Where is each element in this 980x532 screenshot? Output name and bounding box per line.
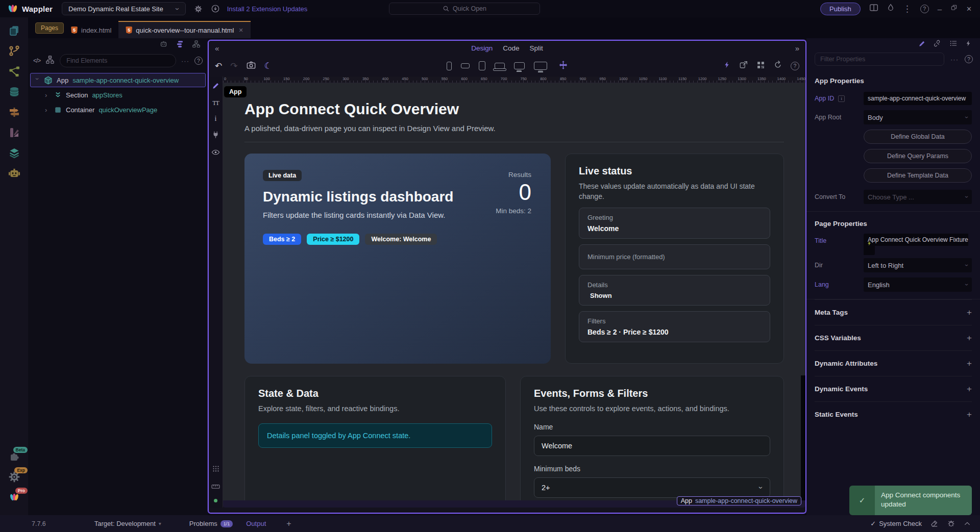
dynamic-bolt-icon[interactable] — [867, 240, 872, 247]
database-panel-icon[interactable] — [7, 85, 21, 98]
status-item-greeting[interactable]: Greeting Welcome — [579, 208, 770, 239]
assistant-icon[interactable] — [159, 40, 168, 50]
info-icon[interactable]: i — [838, 95, 845, 102]
define-query-params-button[interactable]: Define Query Params — [864, 149, 972, 163]
git-panel-icon[interactable] — [7, 44, 21, 58]
convert-to-select[interactable]: Choose Type ... › — [864, 190, 972, 204]
device-phone-icon[interactable] — [447, 62, 452, 70]
device-tablet-icon[interactable] — [479, 61, 485, 70]
filter-properties-input[interactable] — [815, 53, 944, 66]
install-updates-icon[interactable] — [211, 4, 220, 13]
app-id-input[interactable] — [864, 92, 972, 105]
routes-panel-icon[interactable] — [7, 105, 21, 119]
section-css-variables[interactable]: CSS Variables + — [815, 325, 972, 350]
kebab-menu-icon[interactable]: ⋮ — [903, 5, 912, 13]
add-icon[interactable]: + — [967, 359, 972, 369]
more-options-icon[interactable]: ··· — [181, 57, 189, 65]
section-static-events[interactable]: Static Events + — [815, 401, 972, 427]
project-selector[interactable]: Demo Dynamic Real Estate Site › — [62, 2, 186, 15]
tree-item-section[interactable]: › Section appStores — [30, 88, 206, 102]
typography-icon[interactable]: TT — [212, 99, 219, 107]
design-panel-icon[interactable] — [7, 125, 21, 139]
help-icon[interactable]: ? — [791, 62, 799, 70]
chevron-up-icon[interactable] — [964, 520, 971, 527]
wappler-pro-icon[interactable]: Pro — [7, 490, 21, 504]
chevron-down-icon[interactable]: › — [34, 78, 41, 83]
help-icon[interactable]: ? — [920, 5, 929, 13]
pages-badge[interactable]: Pages — [35, 22, 64, 34]
unlink-icon[interactable] — [934, 39, 942, 49]
qr-code-icon[interactable] — [756, 61, 765, 71]
name-input[interactable] — [534, 436, 770, 456]
tree-item-container[interactable]: › Container quickOverviewPage — [30, 103, 206, 117]
code-view-icon[interactable]: </> — [33, 57, 40, 64]
pages-panel-icon[interactable] — [7, 23, 21, 37]
eraser-icon[interactable] — [930, 519, 939, 529]
device-desktop-icon[interactable] — [514, 62, 525, 69]
live-status-card[interactable]: Live status These values update automati… — [565, 154, 784, 364]
add-panel-icon[interactable]: + — [286, 519, 291, 528]
app-root-select[interactable]: Body › — [864, 110, 972, 124]
target-selector[interactable]: Target: Development ▾ — [94, 520, 161, 527]
quick-open-search[interactable]: Quick Open — [389, 3, 540, 15]
device-phone-landscape-icon[interactable] — [461, 63, 470, 68]
lang-select[interactable]: English › — [864, 277, 972, 292]
help-icon[interactable]: ? — [194, 57, 203, 65]
edit-pencil-icon[interactable] — [212, 82, 220, 92]
fluid-resize-icon[interactable] — [558, 60, 568, 72]
system-check-button[interactable]: ✓ System Check — [870, 520, 922, 527]
tree-item-app[interactable]: › App sample-app-connect-quick-overview — [30, 73, 206, 87]
section-dynamic-events[interactable]: Dynamic Events + — [815, 376, 972, 401]
close-icon[interactable]: ✕ — [966, 6, 972, 12]
tab-index-html[interactable]: 5 index.html — [64, 22, 118, 38]
tab-split[interactable]: Split — [530, 44, 543, 52]
extension-updates-link[interactable]: Install 2 Extension Updates — [227, 5, 308, 13]
page-title-input[interactable]: App Connect Quick Overview Fixture — [864, 234, 968, 255]
publish-button[interactable]: Publish — [820, 3, 861, 15]
tree-view-icon[interactable] — [192, 40, 201, 50]
state-data-card[interactable]: State & Data Explore state, filters, and… — [244, 376, 506, 500]
tab-design[interactable]: Design — [471, 44, 493, 52]
connections-panel-icon[interactable] — [7, 64, 21, 78]
section-dynamic-attributes[interactable]: Dynamic Attributes + — [815, 350, 972, 376]
info-icon[interactable]: i — [215, 115, 217, 123]
chip-price[interactable]: Price ≥ $1200 — [307, 234, 359, 245]
collapse-left-icon[interactable]: « — [215, 44, 219, 53]
tab-quick-overview[interactable]: 5 quick-overview--tour-manual.html ✕ — [118, 21, 250, 38]
beta-extensions-icon[interactable]: Beta — [7, 449, 21, 463]
min-beds-select[interactable]: 2+ › — [534, 477, 770, 498]
collapse-right-icon[interactable]: » — [795, 44, 799, 53]
tab-close-icon[interactable]: ✕ — [238, 27, 243, 34]
define-global-data-button[interactable]: Define Global Data — [864, 130, 972, 144]
assistant-robot-icon[interactable] — [7, 166, 21, 180]
experimental-settings-icon[interactable]: Exp — [7, 470, 21, 484]
more-options-icon[interactable]: ··· — [950, 56, 959, 63]
grid-icon[interactable] — [212, 465, 219, 474]
flash-icon[interactable] — [965, 39, 972, 49]
hero-card[interactable]: Live data Dynamic listings dashboard Fil… — [244, 154, 551, 364]
list-icon[interactable] — [949, 39, 958, 49]
add-icon[interactable]: + — [967, 333, 972, 343]
output-button[interactable]: Output — [246, 520, 266, 527]
ruler-icon[interactable] — [211, 482, 220, 491]
chevron-right-icon[interactable]: › — [45, 106, 50, 114]
add-icon[interactable]: + — [967, 410, 972, 420]
add-icon[interactable]: + — [967, 384, 972, 394]
eye-icon[interactable] — [211, 148, 220, 158]
dir-select[interactable]: Left to Right › — [864, 258, 972, 272]
outline-view-icon[interactable] — [176, 40, 184, 50]
status-item-filters[interactable]: Filters Beds ≥ 2 · Price ≥ $1200 — [579, 311, 770, 342]
refresh-icon[interactable] — [773, 60, 782, 71]
settings-gear-icon[interactable] — [194, 5, 203, 13]
bug-icon[interactable] — [947, 519, 955, 529]
restore-window-icon[interactable] — [950, 4, 958, 13]
theme-drop-icon[interactable] — [887, 4, 894, 14]
find-elements-input[interactable] — [60, 54, 176, 67]
device-laptop-icon[interactable] — [495, 63, 505, 69]
open-in-browser-icon[interactable] — [739, 60, 748, 71]
status-item-min-price[interactable]: Minimum price (formatted) — [579, 244, 770, 269]
minimize-icon[interactable]: – — [938, 5, 942, 13]
chevron-right-icon[interactable]: › — [45, 91, 50, 99]
add-icon[interactable]: + — [967, 308, 972, 318]
canvas-scrollbar-thumb[interactable] — [801, 375, 805, 500]
